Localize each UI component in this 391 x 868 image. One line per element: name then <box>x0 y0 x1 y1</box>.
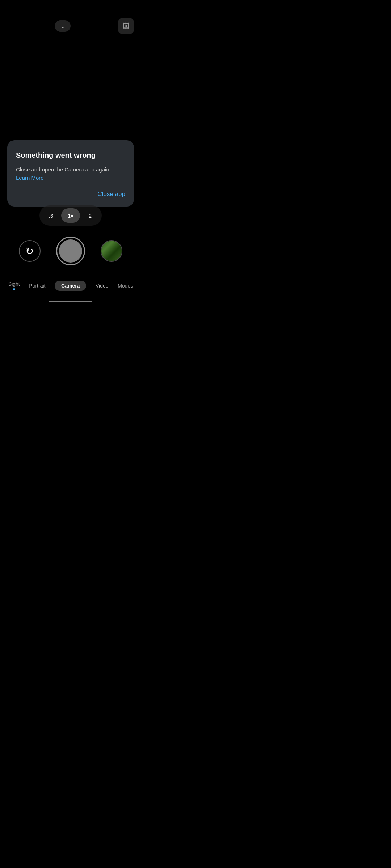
zoom-controls: .6 1× 2 <box>39 205 102 226</box>
gallery-icon: 🖼 <box>122 22 130 30</box>
camera-view: ⌄ 🖼 Something went wrong Close and open … <box>0 0 141 305</box>
home-indicator <box>49 301 92 302</box>
flip-camera-button[interactable]: ↻ <box>19 240 41 262</box>
close-app-button[interactable]: Close app <box>97 189 125 199</box>
shutter-button[interactable] <box>56 237 85 265</box>
zoom-06-button[interactable]: .6 <box>42 208 60 223</box>
mode-label-video: Video <box>96 283 109 289</box>
error-body-text: Close and open the Camera app again. <box>16 166 111 173</box>
collapse-button[interactable]: ⌄ <box>55 20 71 32</box>
zoom-2x-button[interactable]: 2 <box>81 208 100 223</box>
zoom-2x-label: 2 <box>89 213 92 219</box>
mode-bar: Sight Portrait Camera Video Modes <box>0 281 141 291</box>
last-photo-thumbnail <box>101 241 122 261</box>
gallery-button[interactable]: 🖼 <box>118 18 134 34</box>
mode-dot-sight <box>13 288 15 290</box>
mode-item-sight[interactable]: Sight <box>8 281 20 290</box>
error-title: Something went wrong <box>16 150 125 160</box>
mode-item-video[interactable]: Video <box>96 283 109 289</box>
top-bar: ⌄ 🖼 <box>0 18 141 34</box>
flip-camera-icon: ↻ <box>25 245 34 257</box>
shutter-inner <box>59 239 82 263</box>
zoom-1x-button[interactable]: 1× <box>61 208 80 223</box>
thumbnail-button[interactable] <box>101 240 122 262</box>
learn-more-link[interactable]: Learn More <box>16 175 44 181</box>
zoom-06-label: .6 <box>49 213 54 219</box>
error-dialog: Something went wrong Close and open the … <box>7 140 134 207</box>
mode-item-modes[interactable]: Modes <box>118 283 133 289</box>
error-body: Close and open the Camera app again. Lea… <box>16 166 125 182</box>
chevron-down-icon: ⌄ <box>60 22 66 30</box>
mode-item-camera[interactable]: Camera <box>55 281 86 291</box>
zoom-1x-label: 1× <box>67 213 73 219</box>
mode-label-sight: Sight <box>8 281 20 287</box>
camera-controls: ↻ <box>0 237 141 265</box>
mode-label-portrait: Portrait <box>29 283 45 289</box>
mode-label-camera: Camera <box>61 283 80 289</box>
mode-label-modes: Modes <box>118 283 133 289</box>
mode-item-portrait[interactable]: Portrait <box>29 283 45 289</box>
error-actions: Close app <box>16 189 125 199</box>
